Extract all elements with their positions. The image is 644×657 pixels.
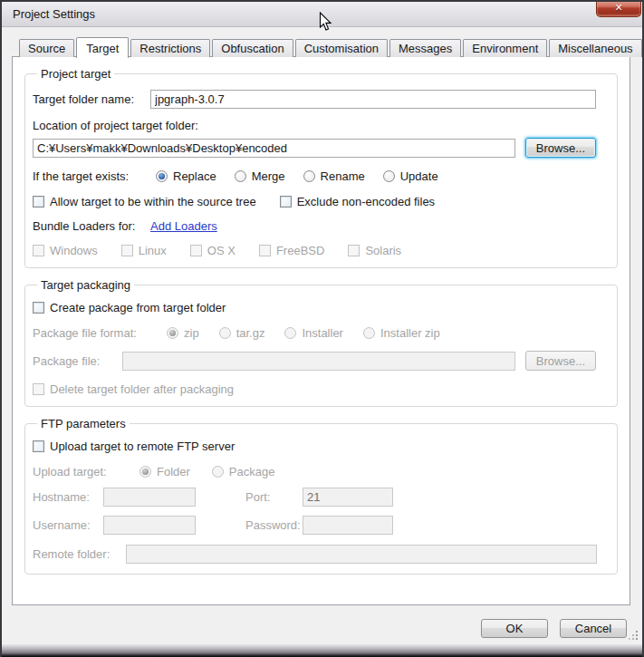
checkbox-delete-after-packaging: Delete target folder after packaging <box>33 382 234 396</box>
radio-format-zip-label: zip <box>184 326 199 340</box>
tab-messages[interactable]: Messages <box>389 39 461 57</box>
tab-obfuscation[interactable]: Obfuscation <box>212 39 293 57</box>
checkbox-upload-ftp[interactable]: Upload target to remote FTP server <box>33 440 235 453</box>
radio-update[interactable]: Update <box>383 169 438 183</box>
radio-replace[interactable]: Replace <box>156 169 216 183</box>
close-icon: ✕ <box>614 2 622 13</box>
username-label: Username: <box>33 518 103 532</box>
checkbox-upload-ftp-label: Upload target to remote FTP server <box>50 440 235 453</box>
checkbox-platform-windows: Windows <box>33 244 98 257</box>
remote-folder-input <box>126 545 597 564</box>
radio-merge-icon <box>235 170 246 182</box>
checkbox-exclude-non-encoded-label: Exclude non-encoded files <box>297 195 436 208</box>
radio-upload-folder-icon <box>139 466 151 478</box>
port-input <box>303 488 393 507</box>
radio-format-targz: tar.gz <box>219 326 265 340</box>
username-input <box>103 516 196 535</box>
checkbox-allow-source-tree-label: Allow target to be within the source tre… <box>50 195 256 208</box>
checkbox-platform-solaris: Solaris <box>348 244 401 257</box>
remote-folder-label: Remote folder: <box>33 547 126 561</box>
checkbox-platform-windows-icon <box>33 245 44 256</box>
radio-format-zip-icon <box>167 327 178 339</box>
bundle-loaders-label: Bundle Loaders for: <box>33 219 150 233</box>
checkbox-allow-source-tree[interactable]: Allow target to be within the source tre… <box>33 195 256 208</box>
location-label: Location of project target folder: <box>33 119 198 132</box>
radio-merge-label: Merge <box>252 169 285 183</box>
ok-button[interactable]: OK <box>481 619 548 638</box>
checkbox-platform-linux-icon <box>121 245 133 256</box>
target-folder-name-label: Target folder name: <box>33 92 150 106</box>
radio-format-installer: Installer <box>284 326 343 340</box>
checkbox-platform-osx-label: OS X <box>207 244 235 257</box>
radio-upload-folder: Folder <box>139 465 190 478</box>
project-target-legend: Project target <box>37 67 114 81</box>
checkbox-platform-osx: OS X <box>190 244 235 257</box>
checkbox-platform-linux: Linux <box>121 244 167 257</box>
close-button[interactable]: ✕ <box>596 0 641 17</box>
radio-upload-folder-label: Folder <box>157 465 190 478</box>
package-file-input <box>122 352 515 371</box>
radio-format-targz-label: tar.gz <box>236 326 265 340</box>
checkbox-platform-freebsd: FreeBSD <box>259 244 324 257</box>
add-loaders-link[interactable]: Add Loaders <box>150 219 217 233</box>
if-target-exists-label: If the target exists: <box>33 169 156 183</box>
radio-upload-package: Package <box>212 465 275 478</box>
port-label: Port: <box>245 490 303 504</box>
password-input <box>303 516 393 535</box>
target-tab-page: Project target Target folder name: Locat… <box>12 56 630 605</box>
browse-location-button[interactable]: Browse... <box>525 138 596 158</box>
radio-rename-label: Rename <box>321 169 365 183</box>
tab-miscellaneous[interactable]: Miscellaneous <box>549 39 641 57</box>
radio-update-icon <box>383 170 395 182</box>
radio-merge[interactable]: Merge <box>235 169 285 183</box>
checkbox-platform-solaris-icon <box>348 245 360 256</box>
checkbox-platform-solaris-label: Solaris <box>365 244 401 257</box>
checkbox-platform-freebsd-label: FreeBSD <box>276 244 324 257</box>
checkbox-delete-after-packaging-icon <box>33 383 44 395</box>
package-file-label: Package file: <box>33 354 112 368</box>
password-label: Password: <box>245 518 303 532</box>
checkbox-platform-osx-icon <box>190 245 202 256</box>
radio-format-installer-icon <box>284 327 296 339</box>
project-settings-dialog: Project Settings ✕ Source Target Restric… <box>0 0 644 657</box>
radio-format-installer-zip: Installer zip <box>363 326 440 340</box>
tab-environment[interactable]: Environment <box>463 39 547 57</box>
radio-upload-package-label: Package <box>229 465 275 478</box>
checkbox-exclude-non-encoded-icon <box>280 196 292 208</box>
tab-customisation[interactable]: Customisation <box>295 39 388 57</box>
checkbox-create-package[interactable]: Create package from target folder <box>33 301 226 314</box>
title-bar[interactable]: Project Settings <box>2 2 642 27</box>
hostname-label: Hostname: <box>33 490 103 504</box>
hostname-input <box>103 488 196 507</box>
radio-upload-package-icon <box>212 466 224 478</box>
radio-format-installer-zip-icon <box>363 327 375 339</box>
cancel-button[interactable]: Cancel <box>560 619 627 638</box>
checkbox-allow-source-tree-icon <box>33 196 44 208</box>
location-input[interactable] <box>33 139 515 158</box>
tab-restrictions[interactable]: Restrictions <box>130 39 210 57</box>
project-target-group: Project target Target folder name: Locat… <box>24 67 618 268</box>
radio-format-zip: zip <box>167 326 199 340</box>
browse-package-button: Browse... <box>525 351 596 371</box>
upload-target-label: Upload target: <box>33 465 139 478</box>
package-format-label: Package file format: <box>33 326 167 340</box>
tab-bar: Source Target Restrictions Obfuscation C… <box>19 37 644 57</box>
tab-source[interactable]: Source <box>19 39 74 57</box>
checkbox-upload-ftp-icon <box>33 440 44 452</box>
radio-replace-icon <box>156 170 168 182</box>
radio-rename-icon <box>303 170 315 182</box>
target-packaging-legend: Target packaging <box>37 278 134 292</box>
window-frame-bottom <box>0 644 644 657</box>
tab-target[interactable]: Target <box>76 37 129 58</box>
ftp-parameters-legend: FTP parameters <box>37 417 130 430</box>
radio-rename[interactable]: Rename <box>303 169 365 183</box>
target-folder-name-input[interactable] <box>150 90 596 109</box>
radio-format-installer-zip-label: Installer zip <box>380 326 440 340</box>
radio-format-installer-label: Installer <box>302 326 343 340</box>
dialog-footer: OK Cancel <box>481 619 627 638</box>
target-packaging-group: Target packaging Create package from tar… <box>24 278 618 407</box>
resize-grip-icon[interactable] <box>629 629 638 643</box>
checkbox-platform-freebsd-icon <box>259 245 271 256</box>
checkbox-exclude-non-encoded[interactable]: Exclude non-encoded files <box>280 195 436 208</box>
radio-update-label: Update <box>400 169 438 183</box>
